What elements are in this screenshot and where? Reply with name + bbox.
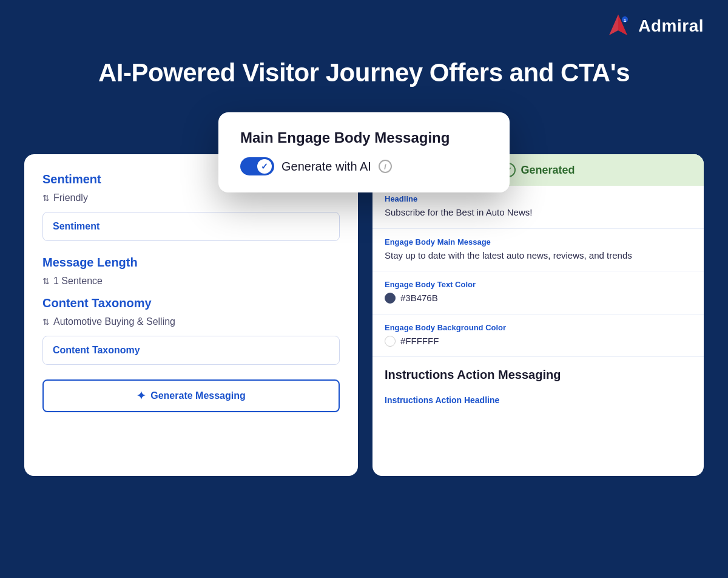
sentiment-spinner-icon: ⇅ [42, 193, 50, 203]
info-icon[interactable]: i [379, 160, 392, 173]
content-taxonomy-spinner-row: ⇅ Automotive Buying & Selling [42, 316, 340, 327]
popup-title: Main Engage Body Messaging [240, 129, 488, 146]
headline-value: Subscribe for the Best in Auto News! [385, 206, 692, 220]
instructions-action-label: Instructions Action Headline [372, 388, 704, 410]
bg-color-field: Engage Body Background Color #FFFFFF [372, 314, 704, 358]
content-taxonomy-spinner-icon: ⇅ [42, 317, 50, 327]
toggle-knob: ✓ [257, 159, 272, 174]
ai-toggle[interactable]: ✓ [240, 157, 274, 175]
content-taxonomy-label: Content Taxonomy [42, 296, 340, 310]
sentiment-input[interactable]: Sentiment [42, 212, 340, 241]
message-length-label: Message Length [42, 256, 340, 270]
text-color-value: #3B476B [400, 291, 438, 305]
text-color-field: Engage Body Text Color #3B476B [372, 271, 704, 314]
toggle-checkmark: ✓ [261, 162, 268, 171]
message-length-spinner-row: ⇅ 1 Sentence [42, 276, 340, 287]
left-panel: Sentiment ⇅ Friendly Sentiment Message L… [24, 154, 358, 476]
instructions-action-heading: Instructions Action Messaging [372, 357, 704, 388]
generate-messaging-button[interactable]: ✦ Generate Messaging [42, 379, 340, 412]
text-color-swatch [385, 293, 396, 304]
toggle-label: Generate with AI [281, 160, 371, 174]
logo-text: Admiral [638, 16, 704, 36]
sentiment-value: Friendly [53, 192, 88, 203]
message-length-spinner-icon: ⇅ [42, 276, 50, 286]
sentiment-spinner-row: ⇅ Friendly [42, 192, 340, 203]
bg-color-row: #FFFFFF [385, 335, 692, 348]
engage-body-value: Stay up to date with the latest auto new… [385, 249, 692, 263]
page-title: AI-Powered Visitor Journey Offers and CT… [0, 58, 728, 87]
logo-icon: 1 [604, 12, 632, 40]
message-length-value: 1 Sentence [53, 276, 103, 287]
engage-body-label: Engage Body Main Message [385, 237, 692, 246]
engage-body-field: Engage Body Main Message Stay up to date… [372, 229, 704, 272]
generate-icon: ✦ [136, 389, 146, 403]
bg-color-label: Engage Body Background Color [385, 323, 692, 332]
generated-text: Generated [521, 164, 575, 177]
header: 1 Admiral [0, 0, 728, 52]
generate-btn-label: Generate Messaging [150, 390, 246, 401]
logo-area: 1 Admiral [604, 12, 704, 40]
text-color-row: #3B476B [385, 291, 692, 305]
bg-color-value: #FFFFFF [400, 335, 439, 348]
popup-card: Main Engage Body Messaging ✓ Generate wi… [218, 112, 510, 192]
headline-label: Headline [385, 194, 692, 203]
svg-text:1: 1 [624, 18, 627, 23]
toggle-row: ✓ Generate with AI i [240, 157, 488, 175]
main-content: Sentiment ⇅ Friendly Sentiment Message L… [0, 154, 728, 476]
content-taxonomy-value: Automotive Buying & Selling [53, 316, 175, 327]
content-taxonomy-input[interactable]: Content Taxonomy [42, 336, 340, 365]
bg-color-swatch [385, 336, 396, 347]
right-panel: ✓ Generated Headline Subscribe for the B… [372, 154, 704, 476]
text-color-label: Engage Body Text Color [385, 280, 692, 289]
